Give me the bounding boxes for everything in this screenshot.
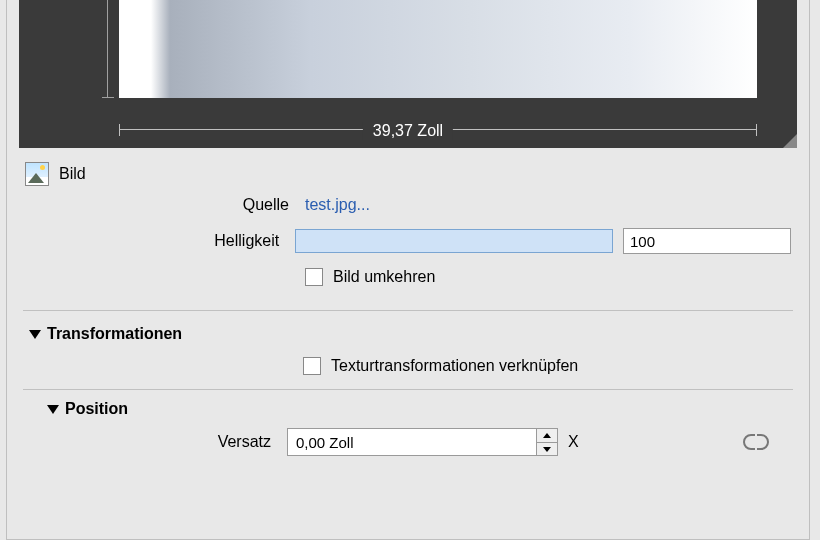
divider	[23, 389, 793, 390]
invert-label: Bild umkehren	[333, 268, 435, 286]
brightness-input[interactable]	[623, 228, 791, 254]
properties-panel: 39,37 Zoll Bild Quelle test.jpg... Helli…	[6, 0, 810, 540]
brightness-slider[interactable]	[295, 229, 613, 253]
ruler-width-label: 39,37 Zoll	[363, 122, 453, 140]
spinner-buttons	[537, 428, 558, 456]
source-label: Quelle	[25, 196, 305, 214]
offset-x-input[interactable]	[287, 428, 537, 456]
position-section-header[interactable]: Position	[7, 394, 809, 422]
preview-image[interactable]	[119, 0, 757, 98]
brightness-label: Helligkeit	[25, 232, 295, 250]
axis-x-label: X	[568, 433, 579, 451]
source-row: Quelle test.jpg...	[25, 196, 791, 214]
link-icon[interactable]	[743, 434, 769, 450]
link-textures-row: Texturtransformationen verknüpfen	[7, 357, 809, 375]
chevron-down-icon	[29, 330, 41, 339]
image-thumbnail-icon	[25, 162, 49, 186]
spin-down-button[interactable]	[537, 442, 557, 455]
link-textures-label: Texturtransformationen verknüpfen	[331, 357, 578, 375]
divider	[23, 310, 793, 311]
invert-checkbox[interactable]	[305, 268, 323, 286]
spin-up-button[interactable]	[537, 429, 557, 442]
triangle-down-icon	[543, 447, 551, 452]
resize-handle-icon[interactable]	[783, 134, 797, 148]
invert-row: Bild umkehren	[25, 268, 791, 286]
image-section-header: Bild	[25, 162, 791, 186]
vertical-ruler	[107, 0, 108, 98]
offset-label: Versatz	[7, 433, 287, 451]
transform-section-header[interactable]: Transformationen	[7, 315, 809, 351]
preview-area: 39,37 Zoll	[19, 0, 797, 148]
source-file-link[interactable]: test.jpg...	[305, 196, 370, 214]
position-title: Position	[65, 400, 128, 418]
link-textures-checkbox[interactable]	[303, 357, 321, 375]
image-section: Bild Quelle test.jpg... Helligkeit Bild …	[7, 148, 809, 306]
offset-x-spinner[interactable]	[287, 428, 558, 456]
offset-x-row: Versatz X	[7, 428, 809, 456]
brightness-row: Helligkeit	[25, 228, 791, 254]
triangle-up-icon	[543, 433, 551, 438]
chevron-down-icon	[47, 405, 59, 414]
transform-title: Transformationen	[47, 325, 182, 343]
image-section-title: Bild	[59, 165, 86, 183]
